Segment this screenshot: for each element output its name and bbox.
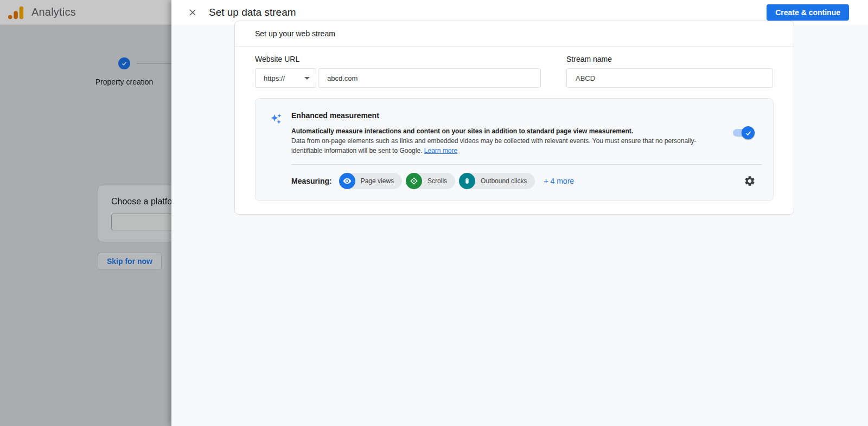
chip-label: Outbound clicks [475,177,535,185]
panel-title: Set up data stream [209,7,296,18]
chevron-down-icon [304,77,310,80]
skip-for-now-button[interactable]: Skip for now [98,253,162,269]
choose-platform-title: Choose a platform [111,197,174,206]
app-header: Analytics [0,0,174,25]
data-stream-panel: Set up data stream Create & continue Set… [171,0,868,426]
stepper-step-label: Property creation [75,78,173,86]
choose-platform-card: Choose a platform [98,185,174,242]
enhanced-measurement-toggle[interactable] [733,129,751,137]
protocol-value: https:// [264,74,285,82]
enhanced-measurement-description: Automatically measure interactions and c… [291,126,725,156]
stream-name-input[interactable] [566,68,773,88]
description-line2: Data from on-page elements such as links… [291,137,696,154]
enhanced-measurement-section: Enhanced measurement Automatically measu… [255,98,774,201]
protocol-select[interactable]: https:// [255,68,316,88]
chip-label: Page views [355,177,402,185]
gear-icon[interactable] [743,175,756,188]
web-stream-card-title: Set up your web stream [235,21,794,47]
dimmed-background-page: Analytics Property creation Choose a pla… [0,0,174,426]
description-line1: Automatically measure interactions and c… [291,126,725,136]
skip-for-now-label: Skip for now [107,257,152,266]
stream-name-label: Stream name [566,55,773,63]
analytics-logo-icon [8,5,25,20]
divider [291,164,762,165]
step-complete-icon [118,57,130,69]
chip-label: Scrolls [422,177,455,185]
platform-field[interactable] [111,214,174,230]
brand-name: Analytics [31,6,76,18]
sparkle-icon [270,113,283,126]
scrolls-diamond-icon [406,173,422,189]
enhanced-measurement-title: Enhanced measurement [291,111,762,120]
toggle-check-icon [742,126,755,139]
more-events-link[interactable]: + 4 more [544,177,574,185]
web-stream-card: Set up your web stream Website URL https… [234,21,794,215]
create-continue-button[interactable]: Create & continue [767,4,849,21]
mouse-icon [459,173,475,189]
eye-icon [339,173,355,189]
website-url-label: Website URL [255,55,541,63]
close-icon[interactable] [186,6,199,19]
chip-page-views[interactable]: Page views [339,173,402,189]
stepper-connector [137,63,174,64]
learn-more-link[interactable]: Learn more [424,147,457,154]
measuring-label: Measuring: [291,177,332,185]
chip-scrolls[interactable]: Scrolls [406,173,455,189]
chip-outbound-clicks[interactable]: Outbound clicks [459,173,535,189]
website-url-input[interactable] [318,68,541,88]
